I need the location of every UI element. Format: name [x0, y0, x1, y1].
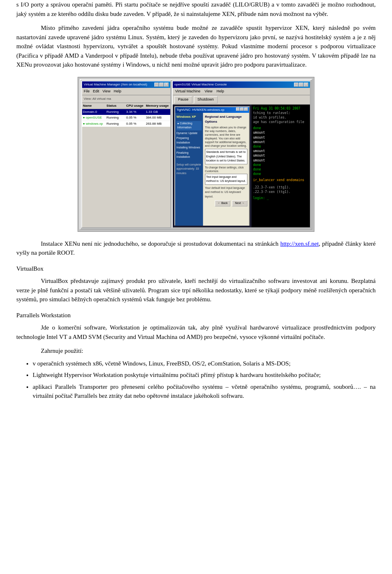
console-blank-5: umount — [253, 153, 308, 158]
regional-input-text: Text input language and method is: US ke… — [206, 175, 246, 184]
console-blank-4: umount — [253, 149, 308, 153]
vm-display-area: TightVNC: HVMXEN-windows-xp _ □ × Win — [173, 105, 310, 227]
bullet-item-3: aplikaci Parallels Transporter pro přene… — [33, 382, 376, 401]
parallels-para: Jde o komerční software, Workstation je … — [16, 323, 376, 341]
para2-text: Místo přímého zavedení jádra operačního … — [16, 23, 376, 70]
para1-text: s I/O porty a správou operační paměti. P… — [16, 0, 376, 18]
regional-input-box: Text input language and method is: US ke… — [205, 174, 247, 185]
bullet-item-1: v operačních systémech x86, včetně Windo… — [33, 359, 376, 368]
console-close-btn[interactable]: × — [304, 83, 308, 87]
console-menu-help[interactable]: Help — [216, 89, 224, 94]
vm-menu-help[interactable]: Help — [114, 89, 121, 94]
winxp-min[interactable]: _ — [236, 108, 240, 111]
paragraph-1: s I/O porty a správou operační paměti. P… — [16, 0, 376, 18]
vm-minimize-btn[interactable]: _ — [154, 83, 159, 87]
col-status: Status — [107, 103, 126, 108]
console-menu-vm[interactable]: Virtual Machine — [175, 89, 200, 94]
console-menu: Virtual Machine View Help — [173, 88, 310, 96]
console-done-1: done — [253, 126, 308, 130]
vm-manager-title: Virtual Machine Manager (Xen on localhos… — [84, 82, 147, 87]
winxp-max[interactable]: □ — [240, 108, 244, 111]
row-opensuse-name: ● openSUSE — [83, 115, 107, 120]
xen-link[interactable]: http://xen.sf.net — [280, 240, 318, 247]
console-done-4: done — [253, 167, 308, 172]
bullet-text-3: aplikaci Parallels Transporter pro přene… — [33, 383, 376, 399]
col-mem: Memory usage — [146, 103, 169, 108]
winxp-logo: Windows XP — [176, 114, 202, 119]
console-menu-view[interactable]: View — [205, 89, 212, 94]
table-row-domain0[interactable]: Domain-0 Running 3.34 % 1.33 GB — [82, 109, 170, 115]
console-ip-2: .22.3-7-xen (ttg1). — [253, 190, 308, 194]
col-name: Name — [83, 103, 107, 108]
paragraph-2: Místo přímého zavedení jádra operačního … — [16, 23, 376, 70]
zahrnuje-label: Zahrnuje použití: — [41, 346, 376, 356]
parallels-heading: Parrallels Workstation — [16, 311, 376, 320]
console-line-4: age has configuration file — [253, 120, 308, 124]
row-domain0-cpu: 3.34 % — [126, 110, 146, 114]
console-blank-6: umount — [253, 158, 308, 163]
para3-text: Instalace XENu není nic jednoduchého, se… — [16, 239, 376, 258]
console-title: openSUSE Virtual Machine Console — [174, 82, 227, 87]
bullet-text-2: Lightweight Hypervisor Workstation posky… — [33, 372, 321, 378]
back-button[interactable]: ← Back — [215, 200, 231, 206]
vm-manager-toolbar: View: All virtual ma — [82, 95, 170, 103]
step-finalizing: Finalizing Installation — [176, 151, 202, 159]
winxp-close[interactable]: × — [244, 108, 248, 111]
row-domain0-mem: 1.33 GB — [146, 110, 169, 114]
row-opensuse-cpu: 0.05 % — [126, 115, 146, 120]
screenshot-container: Virtual Machine Manager (Xen on localhos… — [78, 77, 314, 232]
xen-console: Fri Aug 31 00:54:03 2007 tching to runle… — [252, 105, 310, 227]
vm-menu-edit[interactable]: Edit — [93, 89, 100, 94]
console-line-1: Fri Aug 31 00:54:03 2007 — [253, 106, 308, 111]
console-login-prompt: login: _ — [253, 196, 308, 200]
bullet-text-1: v operačních systémech x86, včetně Windo… — [33, 360, 291, 367]
screenshot-outer: Virtual Machine Manager (Xen on localhos… — [80, 79, 312, 230]
console-ir-line: ir_balancer xend endomains — [253, 178, 308, 182]
row-winxp-name: ● windows-xp — [83, 121, 107, 126]
vm-close-btn[interactable]: × — [164, 83, 169, 87]
table-row-opensuse[interactable]: ● openSUSE Running 0.05 % 384.00 MB — [82, 115, 170, 121]
winxp-sidebar: Windows XP ● Collecting Information Dyna… — [175, 113, 203, 226]
row-opensuse-mem: 384.00 MB — [146, 115, 169, 120]
vm-menu-file[interactable]: File — [84, 89, 90, 94]
bullet-item-2: Lightweight Hypervisor Workstation posky… — [33, 370, 376, 380]
console-titlebar: openSUSE Virtual Machine Console _ □ × — [173, 81, 310, 88]
step-preparing: Preparing Installation — [176, 136, 202, 145]
vm-console-panel: openSUSE Virtual Machine Console _ □ × V… — [172, 81, 311, 228]
pause-button[interactable]: Pause — [174, 96, 192, 103]
console-window-buttons: _ □ × — [294, 83, 308, 87]
regional-input-note: Your default text input language and met… — [205, 186, 247, 199]
winxp-install-content: Windows XP ● Collecting Information Dyna… — [175, 113, 249, 226]
console-minimize-btn[interactable]: _ — [294, 83, 298, 87]
vm-view-label: View: All virtual ma — [84, 97, 111, 101]
parallels-section: Parrallels Workstation Jde o komerční so… — [16, 311, 376, 342]
step-collecting: ● Collecting Information — [176, 121, 202, 130]
row-opensuse-status: Running — [107, 115, 126, 120]
virtualbox-para: VirtualBox představuje zajímavý produkt … — [16, 276, 376, 304]
regional-buttons: ← Back Next → — [205, 200, 247, 206]
bullet-list: v operačních systémech x86, včetně Windo… — [33, 359, 376, 401]
row-domain0-name: Domain-0 — [83, 110, 107, 114]
regional-settings-box: Standards and formats is set to English … — [205, 149, 247, 164]
row-winxp-mem: 263.88 MB — [146, 121, 169, 126]
next-button[interactable]: Next → — [232, 200, 247, 206]
row-winxp-cpu: 0.05 % — [126, 121, 146, 126]
console-ip-1: .22.3-7-xen (ttg1). — [253, 185, 308, 190]
vm-maximize-btn[interactable]: □ — [159, 83, 164, 87]
console-maximize-btn[interactable]: □ — [299, 83, 303, 87]
console-done-3: done — [253, 163, 308, 167]
winxp-install-window: TightVNC: HVMXEN-windows-xp _ □ × Win — [174, 106, 250, 226]
table-row-winxp[interactable]: ● windows-xp Running 0.05 % 263.88 MB — [82, 121, 170, 127]
row-domain0-status: Running — [107, 110, 126, 114]
regional-settings-text: Standards and formats is set to English … — [206, 150, 246, 163]
vm-menu-view[interactable]: View — [102, 89, 110, 94]
console-done-2: done — [253, 144, 308, 149]
step-dynamic: Dynamic Update — [176, 131, 202, 136]
regional-desc: This option allows you to change the way… — [205, 126, 247, 148]
vm-manager-window-buttons: _ □ × — [154, 83, 169, 87]
shutdown-button[interactable]: Shutdown — [194, 96, 218, 103]
console-blank-3: umount — [253, 140, 308, 144]
winxp-titlebar: TightVNC: HVMXEN-windows-xp _ □ × — [175, 107, 249, 113]
winxp-title-text: TightVNC: HVMXEN-windows-xp — [176, 108, 225, 112]
virtualbox-heading: VirtualBox — [16, 264, 376, 274]
